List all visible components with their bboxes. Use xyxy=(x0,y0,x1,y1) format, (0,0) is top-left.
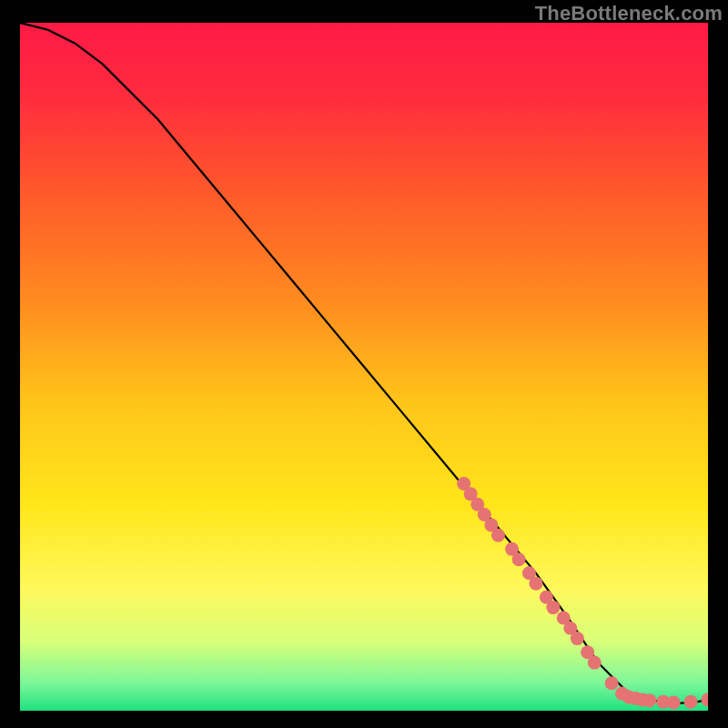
chart-svg xyxy=(20,23,708,711)
data-marker xyxy=(588,656,602,670)
data-marker xyxy=(642,693,656,707)
plot-area xyxy=(20,23,708,711)
data-marker xyxy=(530,577,543,591)
data-marker xyxy=(605,676,619,690)
data-marker xyxy=(571,632,584,645)
data-marker xyxy=(684,695,698,709)
data-marker xyxy=(512,552,526,566)
data-marker xyxy=(667,695,681,709)
data-marker xyxy=(546,601,560,614)
chart-container: TheBottleneck.com xyxy=(0,0,728,728)
data-marker xyxy=(491,529,505,542)
